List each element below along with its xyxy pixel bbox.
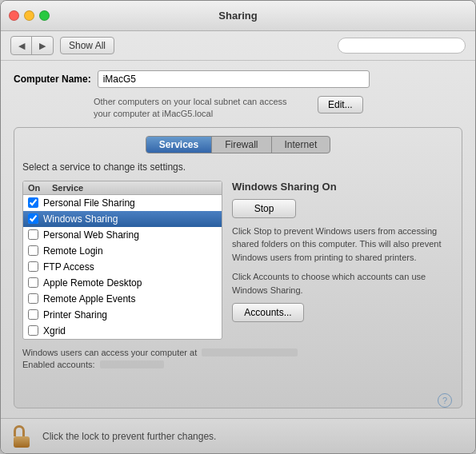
- list-item[interactable]: Xgrid: [23, 323, 222, 339]
- bottom-status: Windows users can access your computer a…: [22, 344, 454, 372]
- service-name: Printer Sharing: [43, 309, 107, 321]
- service-checkbox-ftp[interactable]: [28, 261, 38, 272]
- computer-name-label: Computer Name:: [14, 74, 91, 85]
- service-name: Windows Sharing: [43, 213, 118, 225]
- service-checkbox-apple-remote-desktop[interactable]: [28, 277, 38, 288]
- stop-button[interactable]: Stop: [232, 199, 296, 218]
- col-service-header: Service: [52, 183, 217, 193]
- edit-button[interactable]: Edit...: [318, 96, 363, 114]
- nav-back-button[interactable]: ◀: [11, 37, 32, 54]
- window-title: Sharing: [218, 10, 257, 22]
- help-icon[interactable]: ?: [438, 393, 452, 408]
- services-layout: On Service Personal File Sharing Windows…: [22, 181, 454, 340]
- service-checkbox-personal-web-sharing[interactable]: [28, 229, 38, 240]
- service-name: Apple Remote Desktop: [43, 277, 142, 289]
- enabled-accounts-text: Enabled accounts:: [22, 360, 95, 369]
- list-item[interactable]: Apple Remote Desktop: [23, 275, 222, 291]
- toolbar: ◀ ▶ Show All: [1, 31, 475, 61]
- service-detail: Windows Sharing On Stop Click Stop to pr…: [232, 181, 454, 340]
- select-instruction: Select a service to change its settings.: [22, 161, 454, 173]
- list-item[interactable]: Printer Sharing: [23, 307, 222, 323]
- service-checkbox-printer-sharing[interactable]: [28, 309, 38, 320]
- lock-shackle: [14, 425, 25, 436]
- footer: Click the lock to prevent further change…: [1, 418, 475, 453]
- service-checkbox-windows-sharing[interactable]: [28, 213, 38, 224]
- tab-internet[interactable]: Internet: [272, 137, 330, 153]
- tab-firewall[interactable]: Firewall: [212, 137, 271, 153]
- tabs: Services Firewall Internet: [22, 136, 454, 153]
- col-on-header: On: [28, 183, 52, 193]
- service-desc-2: Click Accounts to choose which accounts …: [232, 270, 454, 297]
- nav-buttons: ◀ ▶: [10, 36, 54, 55]
- service-checkbox-personal-file-sharing[interactable]: [28, 197, 38, 208]
- list-item[interactable]: Remote Login: [23, 243, 222, 259]
- tab-services[interactable]: Services: [146, 137, 212, 153]
- panel: Services Firewall Internet Select a serv…: [14, 127, 462, 408]
- enabled-accounts-blur: [100, 360, 164, 368]
- minimize-button[interactable]: [24, 10, 34, 21]
- enabled-accounts-row: Enabled accounts:: [22, 360, 454, 369]
- footer-text: Click the lock to prevent further change…: [42, 431, 216, 442]
- computer-name-sub: Other computers on your local subnet can…: [94, 96, 462, 121]
- nav-forward-button[interactable]: ▶: [32, 37, 53, 54]
- search-input[interactable]: [338, 38, 466, 54]
- computer-name-row: Computer Name:: [14, 70, 462, 88]
- computer-name-desc: Other computers on your local subnet can…: [94, 96, 302, 121]
- list-item[interactable]: Personal File Sharing: [23, 195, 222, 211]
- service-name: Xgrid: [43, 325, 66, 337]
- accounts-button[interactable]: Accounts...: [232, 303, 304, 322]
- titlebar: Sharing: [1, 1, 475, 31]
- close-button[interactable]: [9, 10, 19, 21]
- service-status-title: Windows Sharing On: [232, 181, 454, 193]
- access-status-row: Windows users can access your computer a…: [22, 348, 454, 357]
- service-name: Remote Login: [43, 245, 103, 257]
- services-list: On Service Personal File Sharing Windows…: [22, 181, 222, 340]
- access-text: Windows users can access your computer a…: [22, 348, 197, 357]
- lock-body: [14, 436, 30, 448]
- computer-name-input[interactable]: [98, 70, 370, 88]
- service-name: Remote Apple Events: [43, 293, 135, 305]
- list-item[interactable]: Windows Sharing: [23, 211, 222, 227]
- service-name: Personal Web Sharing: [43, 229, 139, 241]
- main-content: Computer Name: Other computers on your l…: [1, 61, 475, 418]
- tab-content: Select a service to change its settings.…: [22, 161, 454, 372]
- service-checkbox-remote-apple-events[interactable]: [28, 293, 38, 304]
- list-item[interactable]: FTP Access: [23, 259, 222, 275]
- list-item[interactable]: Remote Apple Events: [23, 291, 222, 307]
- service-checkbox-remote-login[interactable]: [28, 245, 38, 256]
- service-name: FTP Access: [43, 261, 94, 273]
- service-desc-1: Click Stop to prevent Windows users from…: [232, 225, 454, 265]
- show-all-button[interactable]: Show All: [60, 37, 114, 54]
- list-item[interactable]: Personal Web Sharing: [23, 227, 222, 243]
- tab-group: Services Firewall Internet: [146, 136, 330, 153]
- maximize-button[interactable]: [39, 10, 50, 21]
- service-name: Personal File Sharing: [43, 197, 135, 209]
- services-list-header: On Service: [23, 181, 222, 195]
- access-address-blur: [202, 348, 298, 356]
- service-checkbox-xgrid[interactable]: [28, 325, 38, 336]
- traffic-lights: [9, 10, 50, 21]
- window: Sharing ◀ ▶ Show All Computer Name: Othe…: [0, 0, 476, 454]
- lock-icon[interactable]: [14, 425, 34, 448]
